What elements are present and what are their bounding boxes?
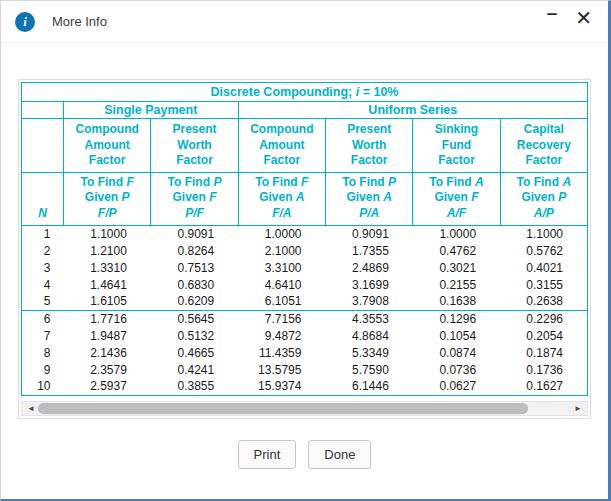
n-value: 5: [22, 293, 64, 310]
scroll-right-arrow[interactable]: ►: [571, 401, 585, 416]
cell: 1.0000: [238, 225, 325, 242]
n-value: 3: [22, 259, 64, 276]
cell: 0.1874: [500, 344, 587, 361]
cell: 0.0874: [413, 344, 500, 361]
cell: 15.9374: [238, 378, 325, 395]
ratio-label: P/F: [153, 206, 235, 222]
column-header-pa: Present Worth Factor: [325, 119, 412, 173]
n-column-header: N: [22, 172, 64, 225]
cell: 0.4665: [151, 344, 238, 361]
cell: 0.8264: [151, 242, 238, 259]
column-header-fp: Compound Amount Factor: [64, 119, 151, 173]
cell: 4.3553: [325, 310, 412, 327]
dialog-actions: Print Done: [18, 440, 591, 469]
to-find-line: To Find P: [328, 175, 410, 191]
ratio-label: F/P: [66, 206, 148, 222]
cell: 0.4021: [500, 259, 587, 276]
scrollbar-thumb[interactable]: [38, 403, 529, 414]
subheader-row: N To Find F Given P F/P To Find P Given …: [22, 172, 588, 225]
cell: 1.6105: [64, 293, 151, 310]
cell: 1.0000: [413, 225, 500, 242]
cell: 2.4869: [325, 259, 412, 276]
cell: 1.3310: [64, 259, 151, 276]
ratio-label: A/F: [415, 206, 497, 222]
table-row: 4 1.4641 0.6830 4.6410 3.1699 0.2155 0.3…: [22, 276, 588, 293]
horizontal-scrollbar[interactable]: ◄ ►: [21, 401, 588, 416]
print-button[interactable]: Print: [238, 440, 297, 469]
table-row: 9 2.3579 0.4241 13.5795 5.7590 0.0736 0.…: [22, 361, 588, 378]
cell: 2.1000: [238, 242, 325, 259]
group-header-row: Single Payment Uniform Series: [22, 102, 588, 119]
cell: 2.5937: [64, 378, 151, 395]
cell: 3.7908: [325, 293, 412, 310]
ratio-label: P/A: [328, 206, 410, 222]
cell: 5.3349: [325, 344, 412, 361]
to-find-line: To Find P: [153, 175, 235, 191]
column-subheader-fp: To Find F Given P F/P: [64, 172, 151, 225]
cell: 0.5762: [500, 242, 587, 259]
to-find-line: To Find F: [66, 175, 148, 191]
n-value: 10: [22, 378, 64, 395]
cell: 0.2155: [413, 276, 500, 293]
n-value: 8: [22, 344, 64, 361]
done-button[interactable]: Done: [308, 440, 371, 469]
minimize-button[interactable]: –: [543, 4, 562, 22]
cell: 0.1627: [500, 378, 587, 395]
cell: 6.1446: [325, 378, 412, 395]
info-icon: i: [15, 12, 35, 32]
cell: 1.7716: [64, 310, 151, 327]
given-line: Given P: [503, 190, 585, 206]
cell: 0.2296: [500, 310, 587, 327]
column-subheader-fa: To Find F Given A F/A: [238, 172, 325, 225]
more-info-dialog: i More Info – ✕ Discrete Compounding; i …: [0, 0, 611, 501]
cell: 0.3021: [413, 259, 500, 276]
dialog-titlebar: i More Info – ✕: [1, 1, 608, 43]
column-subheader-pa: To Find P Given A P/A: [325, 172, 412, 225]
given-line: Given F: [415, 190, 497, 206]
scroll-left-arrow[interactable]: ◄: [24, 401, 38, 416]
column-header-pf: Present Worth Factor: [151, 119, 238, 173]
table-row: 10 2.5937 0.3855 15.9374 6.1446 0.0627 0…: [22, 378, 588, 395]
cell: 0.5645: [151, 310, 238, 327]
cell: 6.1051: [238, 293, 325, 310]
n-value: 7: [22, 327, 64, 344]
cell: 0.9091: [151, 225, 238, 242]
cell: 1.1000: [64, 225, 151, 242]
cell: 2.1436: [64, 344, 151, 361]
info-icon-glyph: i: [23, 14, 27, 30]
close-button[interactable]: ✕: [571, 6, 596, 30]
cell: 3.1699: [325, 276, 412, 293]
column-header-fa: Compound Amount Factor: [238, 119, 325, 173]
cell: 0.2638: [500, 293, 587, 310]
table-row: 6 1.7716 0.5645 7.7156 4.3553 0.1296 0.2…: [22, 310, 588, 327]
cell: 0.1638: [413, 293, 500, 310]
table-row: 7 1.9487 0.5132 9.4872 4.8684 0.1054 0.2…: [22, 327, 588, 344]
scrollbar-track[interactable]: [38, 403, 571, 414]
ratio-label: A/P: [503, 206, 585, 222]
column-header-af: Sinking Fund Factor: [413, 119, 500, 173]
to-find-line: To Find A: [415, 175, 497, 191]
column-header-ap: Capital Recovery Factor: [500, 119, 587, 173]
given-line: Given A: [328, 190, 410, 206]
cell: 1.4641: [64, 276, 151, 293]
cell: 7.7156: [238, 310, 325, 327]
table-row: 8 2.1436 0.4665 11.4359 5.3349 0.0874 0.…: [22, 344, 588, 361]
table-title-suffix: = 10%: [359, 85, 398, 99]
cell: 0.1296: [413, 310, 500, 327]
cell: 0.6830: [151, 276, 238, 293]
cell: 0.3855: [151, 378, 238, 395]
table-title-prefix: Discrete Compounding;: [211, 85, 356, 99]
dialog-content: Discrete Compounding; i = 10% Single Pay…: [1, 43, 608, 469]
empty-cell: [22, 119, 64, 173]
cell: 2.3579: [64, 361, 151, 378]
table-title-row: Discrete Compounding; i = 10%: [22, 83, 588, 102]
empty-cell: [22, 102, 64, 119]
cell: 0.6209: [151, 293, 238, 310]
n-value: 4: [22, 276, 64, 293]
cell: 3.3100: [238, 259, 325, 276]
cell: 0.1736: [500, 361, 587, 378]
window-controls: – ✕: [543, 10, 596, 34]
cell: 0.2054: [500, 327, 587, 344]
cell: 0.1054: [413, 327, 500, 344]
cell: 0.3155: [500, 276, 587, 293]
